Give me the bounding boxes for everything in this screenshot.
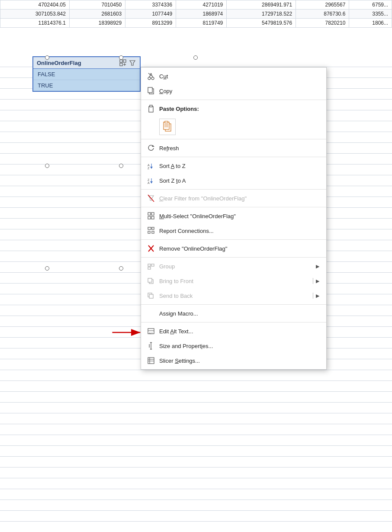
cell[interactable]: 11814376.1 bbox=[0, 19, 70, 28]
menu-cut-label: Cut bbox=[159, 73, 319, 80]
cell[interactable]: 3374336 bbox=[125, 0, 176, 10]
menu-item-cut[interactable]: Cut bbox=[141, 69, 326, 84]
svg-rect-15 bbox=[149, 106, 153, 112]
menu-item-remove[interactable]: Remove "OnlineOrderFlag" bbox=[141, 241, 326, 256]
spreadsheet-table: 4702404.05 7010450 3374336 4271019 28694… bbox=[0, 0, 392, 28]
sort-za-icon: Z A bbox=[146, 176, 156, 185]
menu-item-sort-az[interactable]: A Z Sort A to Z bbox=[141, 158, 326, 173]
context-menu: Cut Copy Paste Options: bbox=[141, 67, 327, 370]
svg-rect-50 bbox=[149, 294, 153, 298]
slicer-header: OnlineOrderFlag bbox=[33, 57, 140, 69]
separator-9 bbox=[141, 322, 326, 322]
spreadsheet-area: 4702404.05 7010450 3374336 4271019 28694… bbox=[0, 0, 392, 56]
cell[interactable]: 6759... bbox=[349, 0, 392, 10]
bring-to-front-icon bbox=[146, 276, 156, 286]
svg-rect-34 bbox=[148, 213, 151, 215]
table-row: 4702404.05 7010450 3374336 4271019 28694… bbox=[0, 0, 392, 10]
menu-send-to-back-label: Send to Back bbox=[159, 293, 313, 299]
menu-item-edit-alt-text[interactable]: ALT Edit Alt Text... bbox=[141, 324, 326, 339]
handle-ml[interactable] bbox=[45, 164, 49, 168]
svg-rect-38 bbox=[148, 227, 151, 229]
svg-rect-48 bbox=[148, 278, 152, 282]
cell[interactable]: 7820210 bbox=[296, 19, 349, 28]
slicer-item-false[interactable]: FALSE bbox=[33, 69, 140, 80]
menu-clear-filter-label: Clear Filter from "OnlineOrderFlag" bbox=[159, 195, 319, 202]
menu-item-slicer-settings[interactable]: Slicer Settings... bbox=[141, 353, 326, 368]
cell[interactable]: 3071053.842 bbox=[0, 10, 70, 19]
clear-filter-icon bbox=[146, 193, 156, 203]
separator-7 bbox=[141, 257, 326, 258]
svg-text:Z: Z bbox=[148, 167, 150, 170]
menu-item-send-to-back: Send to Back ▶ bbox=[141, 288, 326, 303]
cell[interactable]: 2681603 bbox=[69, 10, 125, 19]
menu-item-copy[interactable]: Copy bbox=[141, 84, 326, 98]
assign-macro-icon bbox=[146, 309, 156, 318]
separator-1 bbox=[141, 100, 326, 100]
slicer-header-icons bbox=[119, 59, 136, 67]
edit-alt-text-icon: ALT bbox=[146, 326, 156, 336]
handle-bc[interactable] bbox=[119, 266, 123, 271]
separator-2 bbox=[141, 139, 326, 139]
separator-5 bbox=[141, 207, 326, 207]
svg-rect-36 bbox=[148, 216, 151, 219]
handle-tc[interactable] bbox=[119, 55, 123, 60]
arrow-annotation bbox=[110, 324, 145, 342]
slicer-widget[interactable]: OnlineOrderFlag FALSE TRUE bbox=[32, 56, 141, 92]
menu-paste-options-label: Paste Options: bbox=[159, 106, 319, 112]
slicer-settings-icon bbox=[146, 356, 156, 365]
cell[interactable]: 876730.6 bbox=[296, 10, 349, 19]
group-submenu-arrow: ▶ bbox=[316, 264, 319, 269]
menu-item-assign-macro[interactable]: Assign Macro... bbox=[141, 306, 326, 321]
sort-az-icon: A Z bbox=[146, 161, 156, 171]
menu-item-sort-za[interactable]: Z A Sort Z to A bbox=[141, 173, 326, 188]
remove-icon bbox=[146, 244, 156, 253]
cell[interactable]: 4702404.05 bbox=[0, 0, 70, 10]
slicer-multiselect-icon[interactable] bbox=[119, 59, 127, 67]
cell[interactable]: 8913299 bbox=[125, 19, 176, 28]
svg-rect-0 bbox=[120, 60, 122, 62]
svg-rect-46 bbox=[148, 267, 151, 269]
separator-8 bbox=[141, 304, 326, 305]
menu-edit-alt-text-label: Edit Alt Text... bbox=[159, 328, 319, 335]
separator-3 bbox=[141, 157, 326, 157]
svg-marker-31 bbox=[150, 181, 153, 184]
send-submenu-arrow: ▶ bbox=[316, 293, 319, 299]
svg-rect-35 bbox=[151, 213, 154, 215]
menu-remove-label: Remove "OnlineOrderFlag" bbox=[159, 245, 319, 252]
svg-marker-57 bbox=[150, 349, 152, 350]
cell[interactable]: 2965567 bbox=[296, 0, 349, 10]
handle-mc[interactable] bbox=[119, 164, 123, 168]
svg-rect-44 bbox=[148, 264, 151, 266]
menu-paste-options-header: Paste Options: bbox=[141, 101, 326, 116]
cell[interactable]: 2869491.971 bbox=[227, 0, 296, 10]
menu-item-multiselect[interactable]: Multi-Select "OnlineOrderFlag" bbox=[141, 209, 326, 223]
slicer-filter-icon[interactable] bbox=[129, 59, 136, 67]
handle-bl[interactable] bbox=[45, 266, 49, 271]
cell[interactable]: 5479819.576 bbox=[227, 19, 296, 28]
cell[interactable]: 1868974 bbox=[176, 10, 227, 19]
menu-size-properties-label: Size and Properties... bbox=[159, 343, 319, 349]
cell[interactable]: 1077449 bbox=[125, 10, 176, 19]
menu-item-refresh[interactable]: Refresh bbox=[141, 141, 326, 155]
handle-tl[interactable] bbox=[45, 55, 49, 60]
svg-rect-45 bbox=[151, 264, 154, 266]
slicer-title: OnlineOrderFlag bbox=[37, 60, 81, 66]
cell[interactable]: 8119749 bbox=[176, 19, 227, 28]
paste-header-icon bbox=[146, 104, 156, 113]
table-row: 3071053.842 2681603 1077449 1868974 1729… bbox=[0, 10, 392, 19]
cell[interactable]: 4271019 bbox=[176, 0, 227, 10]
cell[interactable]: 1806... bbox=[349, 19, 392, 28]
cell[interactable]: 7010450 bbox=[69, 0, 125, 10]
svg-marker-56 bbox=[150, 342, 152, 343]
slicer-item-true[interactable]: TRUE bbox=[33, 80, 140, 91]
separator-6 bbox=[141, 239, 326, 240]
cut-icon bbox=[146, 71, 156, 81]
menu-item-clear-filter: Clear Filter from "OnlineOrderFlag" bbox=[141, 191, 326, 206]
menu-item-size-properties[interactable]: Size and Properties... bbox=[141, 339, 326, 353]
menu-item-report-connections[interactable]: Report Connections... bbox=[141, 223, 326, 238]
paste-icon-button[interactable] bbox=[159, 119, 176, 135]
handle-tr[interactable] bbox=[193, 55, 198, 60]
cell[interactable]: 3355... bbox=[349, 10, 392, 19]
cell[interactable]: 1729718.522 bbox=[227, 10, 296, 19]
cell[interactable]: 18398929 bbox=[69, 19, 125, 28]
